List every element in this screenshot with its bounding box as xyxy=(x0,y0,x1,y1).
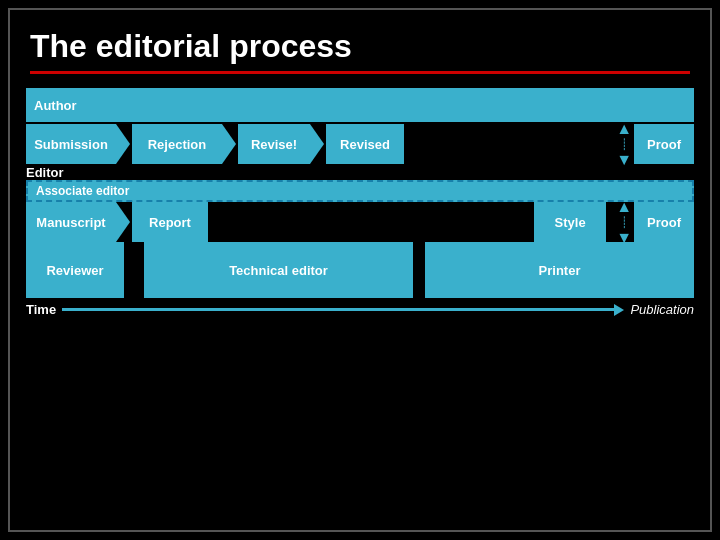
rejection-arrow xyxy=(222,124,236,164)
assoc-editor-band: Associate editor xyxy=(26,180,694,202)
submission-arrow xyxy=(116,124,130,164)
time-label: Time xyxy=(26,302,56,317)
time-row: Time Publication xyxy=(26,302,694,317)
time-arrow xyxy=(62,308,624,311)
rev-gap xyxy=(130,242,138,298)
assoc-editor-label: Associate editor xyxy=(36,184,129,198)
proof-vert-arrows-2: ▲ ┊ ▼ xyxy=(616,198,632,247)
editor-label: Editor xyxy=(26,165,694,180)
proof-vert-arrows: ▲ ┊ ▼ xyxy=(616,120,632,169)
publication-label: Publication xyxy=(630,302,694,317)
author-band: Author xyxy=(26,88,694,122)
report-box: Report xyxy=(132,202,208,242)
title-underline xyxy=(30,71,690,74)
editor-section: Editor Associate editor xyxy=(26,165,694,202)
page-title: The editorial process xyxy=(30,28,690,65)
technical-editor-box: Technical editor xyxy=(144,242,413,298)
style-box: Style xyxy=(534,202,606,242)
process-row: Submission Rejection Revise! Revised ▲ ┊… xyxy=(26,124,694,164)
main-layout: Author Submission Rejection Revise! Revi… xyxy=(10,84,710,321)
proof-top-box: Proof xyxy=(634,124,694,164)
reviewer-row: Reviewer Technical editor Printer xyxy=(26,242,694,298)
author-label: Author xyxy=(34,98,77,113)
ms-arrow xyxy=(116,202,130,242)
revise-arrow xyxy=(310,124,324,164)
title-area: The editorial process xyxy=(10,10,710,84)
submission-box: Submission xyxy=(26,124,116,164)
reviewer-box: Reviewer xyxy=(26,242,124,298)
rejection-box: Rejection xyxy=(132,124,222,164)
printer-box: Printer xyxy=(425,242,694,298)
outer-border: The editorial process Author Submission … xyxy=(8,8,712,532)
proof-bottom-box: Proof xyxy=(634,202,694,242)
manuscript-box: Manuscript xyxy=(26,202,116,242)
revise-box: Revise! xyxy=(238,124,310,164)
manuscript-row: Manuscript Report Style ▲ ┊ ▼ Proof xyxy=(26,204,694,240)
revised-box: Revised xyxy=(326,124,404,164)
